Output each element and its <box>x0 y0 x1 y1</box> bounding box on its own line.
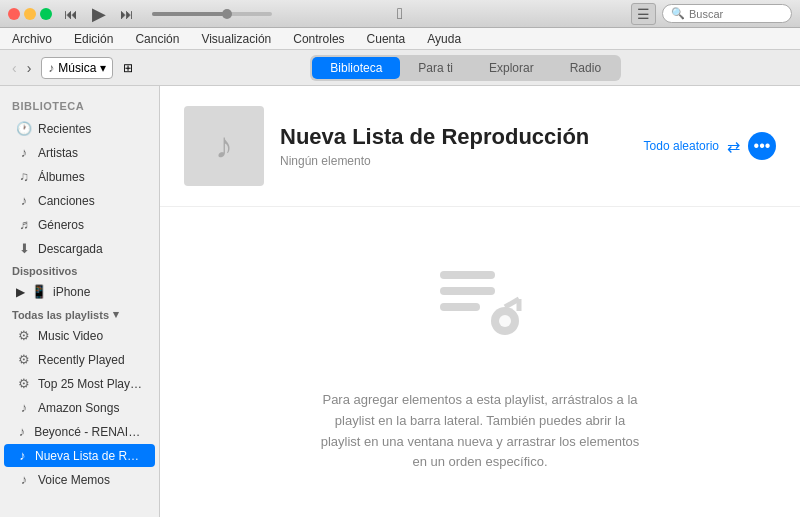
svg-rect-0 <box>440 271 495 279</box>
menu-cancion[interactable]: Canción <box>131 30 183 48</box>
location-selector[interactable]: ♪ Música ▾ <box>41 57 113 79</box>
menu-visualizacion[interactable]: Visualización <box>197 30 275 48</box>
playback-controls: ⏮ ▶ ⏭ <box>60 1 280 27</box>
title-bar: ⏮ ▶ ⏭  ☰ 🔍 <box>0 0 800 28</box>
sidebar-label-albumes: Álbumes <box>38 170 85 184</box>
sidebar-item-beyonce[interactable]: ♪ Beyoncé - RENAISSANCE <box>4 420 155 443</box>
list-view-icon[interactable]: ☰ <box>631 3 656 25</box>
sidebar-label-recientes: Recientes <box>38 122 91 136</box>
empty-text: Para agregar elementos a esta playlist, … <box>320 390 640 473</box>
top25-icon: ⚙ <box>16 376 32 391</box>
tab-explorar[interactable]: Explorar <box>471 57 552 79</box>
devices-title-label: Dispositivos <box>12 265 77 277</box>
playlist-actions: Todo aleatorio ⇄ ••• <box>644 132 776 160</box>
menu-archivo[interactable]: Archivo <box>8 30 56 48</box>
artistas-icon: ♪ <box>16 145 32 160</box>
sidebar-item-voice-memos[interactable]: ♪ Voice Memos <box>4 468 155 491</box>
sidebar-label-generos: Géneros <box>38 218 84 232</box>
amazon-songs-icon: ♪ <box>16 400 32 415</box>
devices-section-title: Dispositivos <box>0 261 159 279</box>
minimize-button[interactable] <box>24 8 36 20</box>
library-section-title: Biblioteca <box>0 94 159 116</box>
sidebar-item-albumes[interactable]: ♫ Álbumes <box>4 165 155 188</box>
back-button[interactable]: ‹ <box>8 58 21 78</box>
tab-biblioteca[interactable]: Biblioteca <box>312 57 400 79</box>
recientes-icon: 🕐 <box>16 121 32 136</box>
nav-arrows: ‹ › <box>8 58 35 78</box>
tab-para-ti[interactable]: Para ti <box>400 57 471 79</box>
playlist-art: ♪ <box>184 106 264 186</box>
canciones-icon: ♪ <box>16 193 32 208</box>
sidebar-item-iphone[interactable]: ▶ 📱 iPhone <box>4 280 155 303</box>
voice-memos-icon: ♪ <box>16 472 32 487</box>
progress-bar[interactable] <box>152 12 272 16</box>
sidebar-label-artistas: Artistas <box>38 146 78 160</box>
sidebar-label-nueva-lista: Nueva Lista de Reprod... <box>35 449 143 463</box>
tab-group: Biblioteca Para ti Explorar Radio <box>310 55 621 81</box>
sidebar-label-canciones: Canciones <box>38 194 95 208</box>
playlist-info: Nueva Lista de Reproducción Ningún eleme… <box>280 124 628 168</box>
sidebar-label-beyonce: Beyoncé - RENAISSANCE <box>34 425 143 439</box>
sidebar-item-descargada[interactable]: ⬇ Descargada <box>4 237 155 260</box>
sidebar-item-amazon-songs[interactable]: ♪ Amazon Songs <box>4 396 155 419</box>
tab-radio[interactable]: Radio <box>552 57 619 79</box>
location-dropdown-icon: ▾ <box>100 61 106 75</box>
window-controls <box>8 8 52 20</box>
restore-button[interactable] <box>40 8 52 20</box>
sidebar-item-music-video[interactable]: ⚙ Music Video <box>4 324 155 347</box>
playlist-header: ♪ Nueva Lista de Reproducción Ningún ele… <box>160 86 800 207</box>
sidebar-item-top25[interactable]: ⚙ Top 25 Most Played <box>4 372 155 395</box>
descargada-icon: ⬇ <box>16 241 32 256</box>
grid-view-icon[interactable]: ⊞ <box>123 61 133 75</box>
svg-rect-2 <box>440 303 480 311</box>
sidebar: Biblioteca 🕐 Recientes ♪ Artistas ♫ Álbu… <box>0 86 160 517</box>
playlist-subtitle: Ningún elemento <box>280 154 628 168</box>
apple-logo:  <box>397 5 403 23</box>
rewind-button[interactable]: ⏮ <box>60 4 82 24</box>
search-input[interactable] <box>689 8 783 20</box>
menu-controles[interactable]: Controles <box>289 30 348 48</box>
empty-state: Para agregar elementos a esta playlist, … <box>160 207 800 517</box>
sidebar-label-amazon-songs: Amazon Songs <box>38 401 119 415</box>
iphone-expand-icon: ▶ <box>16 285 25 299</box>
albumes-icon: ♫ <box>16 169 32 184</box>
playlists-chevron-icon: ▾ <box>113 308 119 321</box>
more-button[interactable]: ••• <box>748 132 776 160</box>
sidebar-label-voice-memos: Voice Memos <box>38 473 110 487</box>
nueva-lista-icon: ♪ <box>16 448 29 463</box>
sidebar-label-top25: Top 25 Most Played <box>38 377 143 391</box>
menu-edicion[interactable]: Edición <box>70 30 117 48</box>
sidebar-item-generos[interactable]: ♬ Géneros <box>4 213 155 236</box>
sidebar-item-nueva-lista[interactable]: ♪ Nueva Lista de Reprod... <box>4 444 155 467</box>
forward-button[interactable]: › <box>23 58 36 78</box>
generos-icon: ♬ <box>16 217 32 232</box>
sidebar-label-recently-played: Recently Played <box>38 353 125 367</box>
close-button[interactable] <box>8 8 20 20</box>
svg-rect-1 <box>440 287 495 295</box>
search-box[interactable]: 🔍 <box>662 4 792 23</box>
nav-bar: ‹ › ♪ Música ▾ ⊞ Biblioteca Para ti Expl… <box>0 50 800 86</box>
music-video-icon: ⚙ <box>16 328 32 343</box>
search-area: ☰ 🔍 <box>631 3 792 25</box>
shuffle-icon[interactable]: ⇄ <box>727 137 740 156</box>
search-icon: 🔍 <box>671 7 685 20</box>
menu-cuenta[interactable]: Cuenta <box>363 30 410 48</box>
shuffle-label[interactable]: Todo aleatorio <box>644 139 719 153</box>
sidebar-item-recientes[interactable]: 🕐 Recientes <box>4 117 155 140</box>
playlists-section-title[interactable]: Todas las playlists ▾ <box>0 304 159 323</box>
playlists-title-label: Todas las playlists <box>12 309 109 321</box>
svg-point-4 <box>499 315 511 327</box>
recently-played-icon: ⚙ <box>16 352 32 367</box>
fast-forward-button[interactable]: ⏭ <box>116 4 138 24</box>
menu-bar: Archivo Edición Canción Visualización Co… <box>0 28 800 50</box>
sidebar-item-artistas[interactable]: ♪ Artistas <box>4 141 155 164</box>
menu-ayuda[interactable]: Ayuda <box>423 30 465 48</box>
sidebar-label-descargada: Descargada <box>38 242 103 256</box>
sidebar-label-music-video: Music Video <box>38 329 103 343</box>
sidebar-item-canciones[interactable]: ♪ Canciones <box>4 189 155 212</box>
main-layout: Biblioteca 🕐 Recientes ♪ Artistas ♫ Álbu… <box>0 86 800 517</box>
sidebar-item-recently-played[interactable]: ⚙ Recently Played <box>4 348 155 371</box>
playlist-art-music-icon: ♪ <box>215 125 233 167</box>
content-area: ♪ Nueva Lista de Reproducción Ningún ele… <box>160 86 800 517</box>
play-button[interactable]: ▶ <box>88 1 110 27</box>
